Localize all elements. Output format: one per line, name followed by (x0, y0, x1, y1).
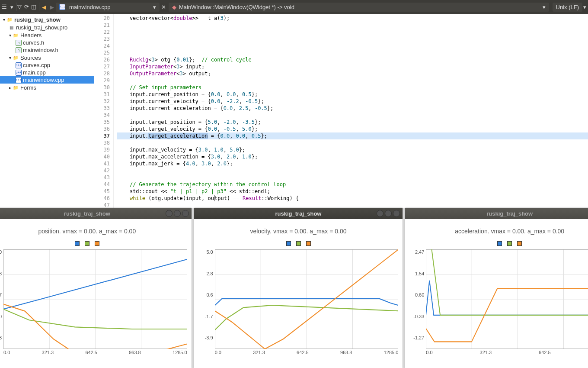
legend-swatch (296, 241, 301, 246)
folder-icon: 📁 (12, 54, 19, 61)
pro-icon: ▦ (8, 24, 15, 31)
plot-window: ruskig_traj_showposition. vmax = 0.00. a… (0, 208, 192, 368)
symbol-tab-label: MainWindow::MainWindow(QWidget *) -> voi… (179, 4, 294, 10)
close-tab-icon[interactable]: ✕ (161, 4, 166, 10)
x-axis: 0.0321.3642.5963.8 (409, 350, 588, 355)
y-axis: 2.471.540.60-0.33-1.27 (409, 249, 426, 349)
project-name: ruskig_traj_show (14, 16, 61, 23)
file-tab-label: mainwindow.cpp (69, 4, 110, 10)
plot-titlebar[interactable]: ruskig_traj_show (0, 208, 192, 219)
filter-icon[interactable]: ▽ (17, 3, 24, 10)
split-icon[interactable]: ◫ (31, 3, 38, 10)
tree-headers-folder[interactable]: ▾ 📁 Headers (0, 31, 94, 39)
legend-swatch (75, 241, 80, 246)
encoding-dropdown-icon[interactable]: ▾ (583, 4, 586, 10)
chart-canvas (215, 249, 399, 349)
legend-swatch (85, 241, 89, 246)
cpp-icon: c++ (16, 77, 22, 83)
chart-title: velocity. vmax = 0.00. a_max = 0.00 (198, 228, 399, 235)
chart-legend (198, 241, 399, 246)
tree-header-file[interactable]: h mainwindow.h (0, 46, 94, 54)
y-axis: 5.02.80.6-1.7-3.9 (198, 249, 215, 349)
chart-legend (409, 241, 588, 246)
cpp-icon: c++ (16, 70, 22, 76)
expand-icon[interactable]: ▾ (8, 33, 12, 38)
minimize-icon[interactable] (377, 210, 383, 217)
maximize-icon[interactable] (174, 210, 181, 217)
legend-swatch (95, 241, 99, 246)
x-axis: 0.0321.3642.5963.81285.0 (0, 350, 187, 355)
dropdown-1[interactable]: ▾ (9, 3, 15, 11)
expand-icon[interactable]: ▾ (8, 55, 12, 60)
tree-project-root[interactable]: ▾ 📁 ruskig_traj_show (0, 16, 94, 23)
window-title: ruskig_traj_show (486, 210, 533, 217)
tree-source-file-active[interactable]: c++ mainwindow.cpp (0, 76, 94, 84)
h-icon: h (16, 40, 22, 46)
code-editor[interactable]: 2021222324252627282930313233343536373839… (94, 14, 588, 208)
cpp-icon: c++ (16, 62, 22, 68)
plot-windows-row: ruskig_traj_showposition. vmax = 0.00. a… (0, 208, 588, 368)
legend-swatch (507, 241, 512, 246)
legend-swatch (517, 241, 522, 246)
tree-header-file[interactable]: h curves.h (0, 39, 94, 46)
encoding-label[interactable]: Unix (LF) (553, 3, 582, 12)
nav-back[interactable]: ◀ (40, 3, 48, 11)
plot-window: ruskig_traj_showvelocity. vmax = 0.00. a… (194, 208, 403, 368)
chart-canvas (3, 249, 187, 349)
plot-window: ruskig_traj_showacceleration. vmax = 0.0… (405, 208, 588, 368)
project-tree: ▾ 📁 ruskig_traj_show ▦ ruskig_traj_show.… (0, 14, 94, 208)
nav-fwd[interactable]: ▶ (48, 3, 56, 11)
tree-sources-folder[interactable]: ▾ 📁 Sources (0, 54, 94, 61)
symbol-tab[interactable]: ◆ MainWindow::MainWindow(QWidget *) -> v… (169, 3, 549, 12)
chart-title: acceleration. vmax = 0.00. a_max = 0.00 (409, 228, 588, 235)
pin-icon: ◆ (172, 4, 176, 10)
window-title: ruskig_traj_show (275, 210, 322, 217)
line-gutter: 2021222324252627282930313233343536373839… (94, 14, 114, 208)
sync-icon[interactable]: ⟳ (24, 3, 31, 10)
plot-titlebar[interactable]: ruskig_traj_show (194, 208, 403, 219)
maximize-icon[interactable] (385, 210, 392, 217)
close-icon[interactable] (182, 210, 189, 217)
tree-source-file[interactable]: c++ curves.cpp (0, 61, 94, 69)
menu-icon[interactable]: ☰ (2, 3, 9, 10)
y-axis: 03703 (0, 249, 3, 349)
legend-swatch (306, 241, 311, 246)
expand-icon[interactable]: ▾ (2, 17, 6, 22)
file-tab[interactable]: c++ mainwindow.cpp ▾ (56, 3, 160, 12)
code-content[interactable]: vector<vector<double>> t_a(3); Ruckig<3>… (114, 14, 588, 208)
chevron-down-icon[interactable]: ▾ (543, 4, 546, 10)
folder-icon: 📁 (6, 16, 13, 23)
chevron-down-icon[interactable]: ▾ (153, 4, 156, 10)
legend-swatch (497, 241, 502, 246)
legend-swatch (286, 241, 291, 246)
close-icon[interactable] (393, 210, 400, 217)
x-axis: 0.0321.3642.5963.81285.0 (198, 350, 399, 355)
chart-legend (0, 241, 187, 246)
top-toolbar: ☰ ▾ ▽ ⟳ ◫ ◀ ▶ c++ mainwindow.cpp ▾ ✕ ◆ M… (0, 0, 588, 14)
plot-titlebar[interactable]: ruskig_traj_show (405, 208, 588, 219)
tree-pro-file[interactable]: ▦ ruskig_traj_show.pro (0, 23, 94, 31)
folder-icon: 📁 (12, 84, 19, 91)
h-icon: h (16, 47, 22, 53)
cpp-icon: c++ (59, 4, 65, 10)
tree-source-file[interactable]: c++ main.cpp (0, 69, 94, 76)
tree-forms-folder[interactable]: ▸ 📁 Forms (0, 84, 94, 91)
chart-canvas (426, 249, 588, 349)
collapse-icon[interactable]: ▸ (8, 85, 12, 90)
chart-title: position. vmax = 0.00. a_max = 0.00 (0, 228, 187, 235)
folder-icon: 📁 (12, 32, 19, 39)
minimize-icon[interactable] (166, 210, 173, 217)
window-title: ruskig_traj_show (64, 210, 110, 217)
